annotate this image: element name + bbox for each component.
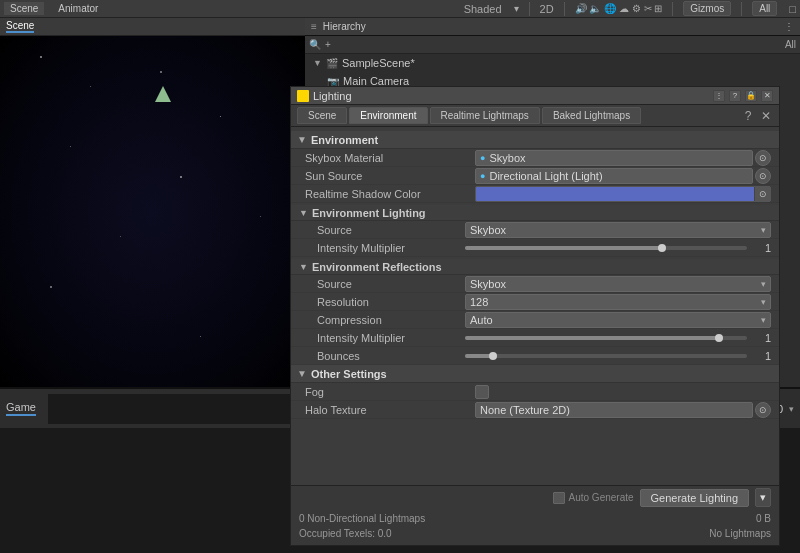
shading-dropdown[interactable]: Shaded (464, 3, 502, 15)
sun-dot: ● (480, 171, 485, 181)
skybox-value: ● Skybox ⊙ (475, 150, 771, 166)
bounces-slider[interactable] (465, 354, 747, 358)
env-intensity-slider[interactable] (465, 246, 747, 250)
halo-picker-btn[interactable]: ⊙ (755, 402, 771, 418)
hierarchy-all-label: All (785, 39, 796, 50)
scene-view-tab[interactable]: Scene (6, 20, 34, 33)
env-source-dropdown[interactable]: Skybox ▾ (465, 222, 771, 238)
refl-slider-thumb[interactable] (715, 334, 723, 342)
env-source-label: Source (305, 224, 465, 236)
scene-tab[interactable]: Scene (4, 2, 44, 15)
refl-intensity-num: 1 (751, 332, 771, 344)
gizmos-btn[interactable]: Gizmos (683, 1, 731, 16)
env-slider-thumb[interactable] (658, 244, 666, 252)
skybox-picker-btn[interactable]: ⊙ (755, 150, 771, 166)
panel-dots-btn[interactable]: ⋮ (713, 90, 725, 102)
hierarchy-title: Hierarchy (323, 21, 366, 32)
shadow-color-field[interactable]: ⊙ (475, 186, 771, 202)
tab-close-btn[interactable]: ✕ (759, 109, 773, 123)
size-info: 0 B (756, 513, 771, 524)
shadow-color-row: Realtime Shadow Color ⊙ (291, 185, 779, 203)
sun-dropdown[interactable]: ● Directional Light (Light) (475, 168, 753, 184)
env-intensity-value: 1 (465, 242, 771, 254)
no-lightmaps: No Lightmaps (709, 528, 771, 539)
panel-question-btn[interactable]: ? (729, 90, 741, 102)
tab-scene[interactable]: Scene (297, 107, 347, 124)
all-btn[interactable]: All (752, 1, 777, 16)
refl-intensity-slider[interactable] (465, 336, 747, 340)
resolution-dropdown[interactable]: 128 ▾ (465, 294, 771, 310)
hierarchy-menu[interactable]: ⋮ (784, 21, 794, 32)
env-source-arrow: ▾ (761, 225, 766, 235)
generate-btn[interactable]: Generate Lighting (640, 489, 749, 507)
tab-realtime[interactable]: Realtime Lightmaps (430, 107, 540, 124)
panel-lock-btn[interactable]: 🔒 (745, 90, 757, 102)
halo-dropdown[interactable]: None (Texture 2D) (475, 402, 753, 418)
hierarchy-scene-item[interactable]: ▼ 🎬 SampleScene* (305, 54, 800, 72)
bounces-value: 1 (465, 350, 771, 362)
generate-row: Auto Generate Generate Lighting ▾ (299, 488, 771, 507)
lightmaps-info: 0 Non-Directional Lightmaps (299, 513, 425, 524)
sun-value-text: Directional Light (Light) (489, 170, 602, 182)
refl-source-dropdown[interactable]: Skybox ▾ (465, 276, 771, 292)
other-settings-title: Other Settings (311, 368, 387, 380)
auto-gen-label: Auto Generate (569, 492, 634, 503)
mode-2d[interactable]: 2D (540, 3, 554, 15)
bounces-num: 1 (751, 350, 771, 362)
fog-checkbox[interactable] (475, 385, 489, 399)
hierarchy-search-bar: 🔍 + All (305, 36, 800, 54)
divider3 (672, 2, 673, 16)
compression-text: Auto (470, 314, 493, 326)
camera-indicator (155, 86, 171, 102)
toolbar-extra-icons: □ (789, 3, 796, 15)
lighting-footer: Auto Generate Generate Lighting ▾ 0 Non-… (291, 485, 779, 545)
resolution-text: 128 (470, 296, 488, 308)
environment-section-header[interactable]: ▼ Environment (291, 131, 779, 149)
refl-slider-track (465, 336, 719, 340)
bounces-slider-thumb[interactable] (489, 352, 497, 360)
skybox-dropdown[interactable]: ● Skybox (475, 150, 753, 166)
skybox-value-text: Skybox (489, 152, 525, 164)
other-settings-section-header[interactable]: ▼ Other Settings (291, 365, 779, 383)
env-reflections-subsection: ▼ Environment Reflections (291, 259, 779, 275)
refl-intensity-slider-container: 1 (465, 332, 771, 344)
divider4 (741, 2, 742, 16)
hierarchy-icon: ≡ (311, 21, 317, 32)
tab-baked[interactable]: Baked Lightmaps (542, 107, 641, 124)
refl-intensity-row: Intensity Multiplier 1 (291, 329, 779, 347)
footer-info2: Occupied Texels: 0.0 No Lightmaps (299, 526, 771, 541)
env-expand-arrow: ▼ (297, 134, 307, 145)
halo-texture-row: Halo Texture None (Texture 2D) ⊙ (291, 401, 779, 419)
tab-question-btn[interactable]: ? (741, 109, 755, 123)
bounces-row: Bounces 1 (291, 347, 779, 365)
resolution-value: 128 ▾ (465, 294, 771, 310)
title-controls: ⋮ ? 🔒 ✕ (713, 90, 773, 102)
env-lighting-title: Environment Lighting (312, 207, 426, 219)
title-left: Lighting (297, 90, 352, 102)
halo-value: None (Texture 2D) ⊙ (475, 402, 771, 418)
sun-source-label: Sun Source (305, 170, 475, 182)
shadow-color-value: ⊙ (475, 186, 771, 202)
env-source-value: Skybox ▾ (465, 222, 771, 238)
footer-info: 0 Non-Directional Lightmaps 0 B (299, 511, 771, 526)
auto-gen-checkbox[interactable] (553, 492, 565, 504)
scene-name: SampleScene* (342, 57, 415, 69)
add-btn[interactable]: + (325, 39, 331, 50)
tab-environment[interactable]: Environment (349, 107, 427, 124)
environment-section-title: Environment (311, 134, 378, 146)
compression-dropdown[interactable]: Auto ▾ (465, 312, 771, 328)
panel-close-btn[interactable]: ✕ (761, 90, 773, 102)
compression-row: Compression Auto ▾ (291, 311, 779, 329)
game-tab-label[interactable]: Game (6, 401, 36, 416)
skybox-dropdown-group: ● Skybox ⊙ (475, 150, 771, 166)
env-reflections-arrow: ▼ (299, 262, 308, 272)
env-source-row: Source Skybox ▾ (291, 221, 779, 239)
halo-text: None (Texture 2D) (480, 404, 570, 416)
generate-dropdown-btn[interactable]: ▾ (755, 488, 771, 507)
sun-picker-btn[interactable]: ⊙ (755, 168, 771, 184)
toolbar-icons: 🔊 🔈 🌐 ☁ ⚙ ✂ ⊞ (575, 3, 663, 14)
occupied-texels: Occupied Texels: 0.0 (299, 528, 392, 539)
env-intensity-row: Intensity Multiplier 1 (291, 239, 779, 257)
color-picker-btn[interactable]: ⊙ (754, 187, 770, 201)
animator-tab[interactable]: Animator (52, 2, 104, 15)
